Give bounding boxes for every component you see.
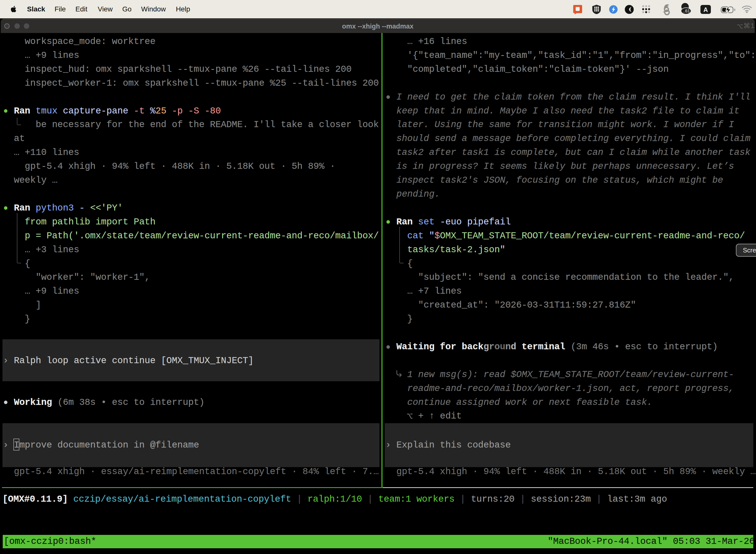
svg-text:A: A — [703, 6, 708, 13]
svg-text:..61: ..61 — [683, 9, 690, 13]
